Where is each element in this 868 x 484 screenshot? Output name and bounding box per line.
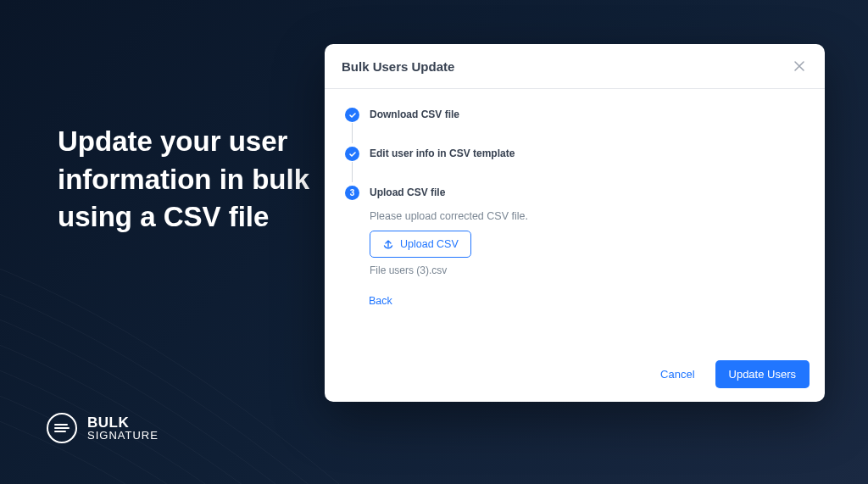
selected-file-name: File users (3).csv [370, 264, 808, 276]
brand-logo: BULK SIGNATURE [47, 413, 159, 443]
brand-name-top: BULK [87, 415, 159, 430]
update-users-button[interactable]: Update Users [715, 360, 810, 388]
step-label: Edit user info in CSV template [370, 147, 808, 161]
bulk-update-modal: Bulk Users Update Download CSV file [325, 44, 825, 402]
step-upload: 3 Upload CSV file Please upload correcte… [345, 186, 808, 276]
step-download: Download CSV file [345, 108, 808, 147]
modal-body: Download CSV file Edit user info in CSV … [325, 89, 825, 316]
modal-title: Bulk Users Update [342, 59, 454, 74]
cancel-button[interactable]: Cancel [652, 361, 703, 387]
modal-header: Bulk Users Update [325, 44, 825, 89]
step-marker-done [345, 108, 359, 122]
upload-icon [382, 238, 394, 250]
step-list: Download CSV file Edit user info in CSV … [345, 108, 808, 276]
step-connector [352, 123, 353, 143]
brand-name-bottom: SIGNATURE [87, 430, 159, 441]
step-connector [352, 162, 353, 182]
step-detail: Please upload corrected CSV file. Upload… [370, 210, 808, 276]
logo-icon [47, 413, 77, 443]
close-icon [793, 60, 805, 72]
modal-footer: Cancel Update Users [325, 347, 825, 402]
step-number: 3 [350, 188, 355, 197]
step-marker-done [345, 147, 359, 161]
step-marker-current: 3 [345, 186, 359, 200]
close-button[interactable] [791, 58, 808, 75]
upload-instruction: Please upload corrected CSV file. [370, 210, 808, 222]
step-label: Upload CSV file [370, 186, 808, 200]
back-button[interactable]: Back [369, 295, 392, 307]
step-label: Download CSV file [370, 108, 808, 122]
check-icon [348, 111, 357, 120]
upload-button-label: Upload CSV [400, 238, 459, 250]
step-edit: Edit user info in CSV template [345, 147, 808, 186]
check-icon [348, 150, 357, 159]
upload-csv-button[interactable]: Upload CSV [370, 231, 471, 258]
hero-headline: Update your user information in bulk usi… [58, 123, 320, 236]
